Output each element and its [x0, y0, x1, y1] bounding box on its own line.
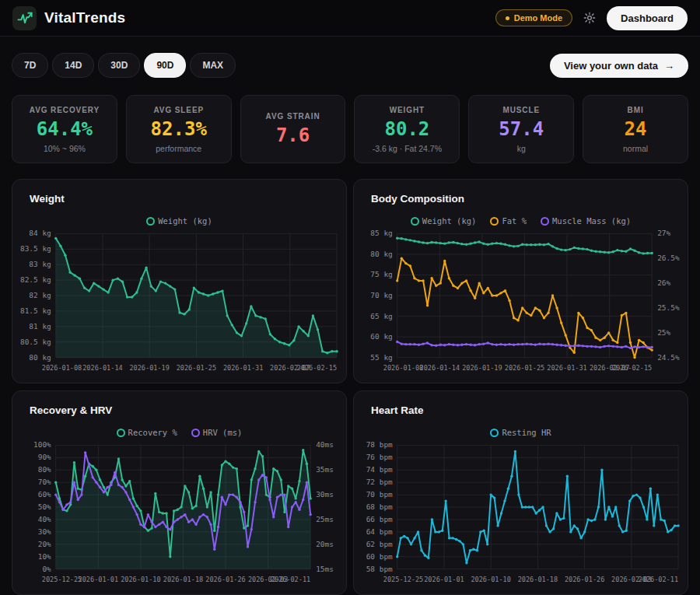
svg-text:85 kg: 85 kg [370, 229, 392, 237]
svg-text:2026-01-10: 2026-01-10 [471, 576, 510, 583]
stat-label: AVG RECOVERY [30, 106, 100, 114]
chart-title: Recovery & HRV [12, 404, 346, 416]
view-own-data-button[interactable]: View your own data → [550, 54, 688, 78]
recovery-hrv-chart-canvas: 100%90%80%70%60%50%40%30%20%10%0%40ms35m… [12, 440, 346, 588]
legend-ring-icon [411, 217, 419, 226]
svg-text:2025-12-25: 2025-12-25 [383, 576, 423, 583]
svg-text:15ms: 15ms [316, 565, 334, 573]
legend-item-resting-hr[interactable]: Resting HR [490, 428, 551, 437]
view-own-data-label: View your own data [564, 60, 658, 72]
svg-text:58 bpm: 58 bpm [366, 565, 393, 573]
range-pills: 7D14D30D90DMAX [12, 53, 236, 78]
svg-text:2026-01-14: 2026-01-14 [82, 364, 122, 372]
svg-text:80%: 80% [38, 465, 51, 474]
svg-text:25.5%: 25.5% [657, 303, 680, 312]
range-pill-30d[interactable]: 30D [98, 53, 140, 78]
chart-title: Weight [12, 193, 346, 205]
svg-text:30ms: 30ms [316, 490, 334, 499]
legend-ring-icon [191, 429, 200, 437]
svg-text:26.5%: 26.5% [657, 254, 680, 262]
chart-card-body-composition: Body Composition Weight (kg)Fat %Muscle … [353, 179, 688, 383]
svg-text:24.5%: 24.5% [657, 353, 680, 362]
stat-value: 7.6 [276, 124, 310, 146]
demo-mode-badge: Demo Mode [495, 9, 572, 26]
legend-item-weight-kg[interactable]: Weight (kg) [411, 216, 477, 226]
svg-text:80 kg: 80 kg [29, 353, 51, 362]
theme-toggle-button[interactable] [583, 12, 596, 24]
legend-item-fat[interactable]: Fat % [490, 216, 527, 226]
stat-label: WEIGHT [390, 106, 425, 114]
svg-text:82.5 kg: 82.5 kg [20, 275, 51, 284]
svg-text:75 kg: 75 kg [370, 270, 392, 278]
dashboard-button[interactable]: Dashboard [607, 6, 688, 30]
charts-grid: Weight Weight (kg) 84 kg83.5 kg83 kg82.5… [12, 179, 688, 595]
legend-label: HRV (ms) [203, 428, 243, 437]
svg-text:20ms: 20ms [316, 540, 334, 548]
svg-text:2026-02-11: 2026-02-11 [639, 576, 678, 583]
legend-item-muscle-mass-kg[interactable]: Muscle Mass (kg) [541, 216, 631, 226]
app-title: VitalTrends [44, 9, 125, 26]
svg-text:78 bpm: 78 bpm [366, 440, 393, 449]
stat-card-muscle: MUSCLE57.4kg [468, 95, 574, 163]
svg-text:2026-01-18: 2026-01-18 [518, 576, 558, 583]
range-pill-max[interactable]: MAX [190, 53, 236, 78]
range-pill-7d[interactable]: 7D [12, 53, 48, 78]
legend-ring-icon [117, 429, 125, 437]
stat-card-bmi: BMI24normal [583, 95, 688, 163]
svg-text:84 kg: 84 kg [29, 229, 51, 237]
chart-legend: Weight (kg) [12, 215, 346, 227]
stat-card-avg-strain: AVG STRAIN7.6 [240, 95, 346, 163]
svg-text:2026-01-01: 2026-01-01 [79, 576, 118, 583]
legend-label: Resting HR [502, 428, 551, 437]
stat-label: MUSCLE [502, 106, 540, 114]
svg-text:2026-01-10: 2026-01-10 [121, 576, 160, 583]
svg-text:2026-01-31: 2026-01-31 [223, 364, 263, 372]
svg-text:2026-01-25: 2026-01-25 [505, 364, 544, 372]
svg-text:2026-02-11: 2026-02-11 [271, 576, 310, 583]
svg-text:20%: 20% [38, 540, 51, 548]
chart-card-heart-rate: Heart Rate Resting HR 78 bpm76 bpm74 bpm… [353, 390, 688, 595]
stat-subtext: performance [156, 144, 201, 153]
chart-legend: Recovery %HRV (ms) [12, 426, 346, 439]
stat-subtext: -3.6 kg · Fat 24.7% [373, 144, 442, 153]
weight-chart-canvas: 84 kg83.5 kg83 kg82.5 kg82 kg81.5 kg81 k… [12, 229, 346, 376]
svg-text:70 kg: 70 kg [370, 291, 392, 299]
legend-item-weight-kg[interactable]: Weight (kg) [146, 216, 212, 226]
chart-card-recovery-hrv: Recovery & HRV Recovery %HRV (ms) 100%90… [12, 390, 347, 595]
sun-icon [583, 12, 596, 24]
svg-text:2026-01-14: 2026-01-14 [420, 364, 460, 372]
app-logo-icon [12, 6, 37, 30]
legend-label: Muscle Mass (kg) [552, 216, 631, 226]
svg-text:50%: 50% [38, 502, 51, 511]
range-pill-14d[interactable]: 14D [52, 53, 94, 78]
chart-title: Body Composition [354, 193, 688, 205]
svg-text:68 bpm: 68 bpm [366, 502, 393, 511]
svg-text:60 bpm: 60 bpm [366, 552, 393, 561]
brand: VitalTrends [12, 6, 125, 30]
stat-label: AVG STRAIN [266, 112, 320, 121]
chart-title: Heart Rate [354, 404, 688, 416]
svg-text:81.5 kg: 81.5 kg [20, 306, 51, 315]
stat-value: 24 [625, 118, 647, 140]
svg-text:40ms: 40ms [316, 440, 334, 449]
svg-text:35ms: 35ms [316, 465, 334, 474]
svg-text:0%: 0% [42, 565, 51, 573]
svg-text:55 kg: 55 kg [370, 353, 392, 362]
range-pill-90d[interactable]: 90D [144, 53, 186, 78]
legend-item-hrv-ms[interactable]: HRV (ms) [191, 428, 243, 437]
svg-text:2025-12-25: 2025-12-25 [42, 576, 82, 583]
main-content: 7D14D30D90DMAX View your own data → AVG … [0, 53, 700, 595]
svg-text:30%: 30% [38, 527, 51, 536]
svg-text:72 bpm: 72 bpm [366, 478, 393, 486]
chart-legend: Resting HR [354, 426, 688, 439]
stat-label: BMI [628, 106, 644, 114]
svg-text:60%: 60% [38, 490, 51, 499]
legend-ring-icon [146, 217, 155, 226]
stat-subtext: kg [517, 144, 526, 153]
legend-label: Weight (kg) [158, 216, 212, 226]
legend-item-recovery[interactable]: Recovery % [117, 428, 177, 437]
svg-text:65 kg: 65 kg [370, 312, 392, 320]
range-toolbar: 7D14D30D90DMAX View your own data → [12, 53, 688, 78]
svg-text:2026-01-01: 2026-01-01 [424, 576, 464, 583]
chart-card-weight: Weight Weight (kg) 84 kg83.5 kg83 kg82.5… [12, 179, 347, 383]
